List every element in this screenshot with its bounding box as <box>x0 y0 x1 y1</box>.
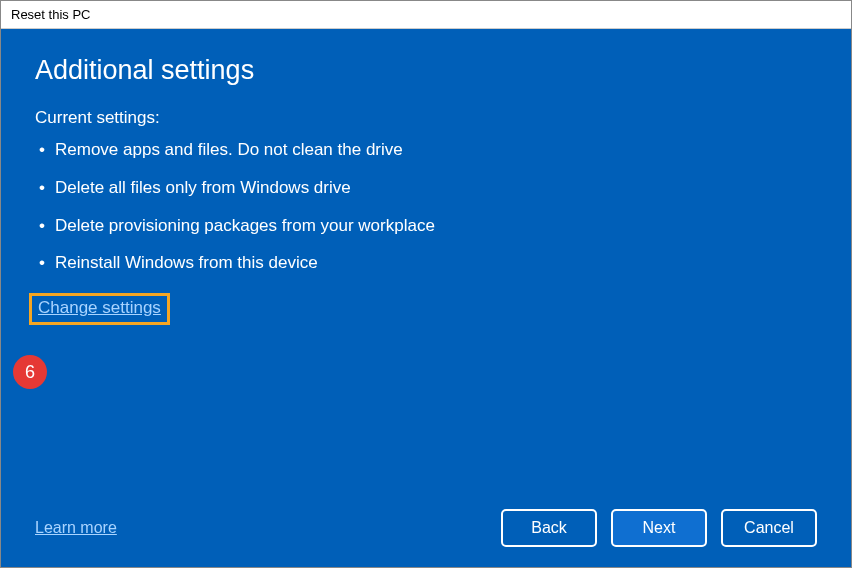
learn-more-link[interactable]: Learn more <box>35 519 117 537</box>
dialog-body: Additional settings Current settings: Re… <box>1 29 851 568</box>
window-title: Reset this PC <box>11 7 90 22</box>
annotation-step-badge: 6 <box>13 355 47 389</box>
list-item: Delete provisioning packages from your w… <box>37 214 817 238</box>
cancel-button[interactable]: Cancel <box>721 509 817 547</box>
list-item: Reinstall Windows from this device <box>37 251 817 275</box>
dialog-footer: Learn more Back Next Cancel <box>35 509 817 547</box>
window-title-bar: Reset this PC <box>1 1 851 29</box>
current-settings-label: Current settings: <box>35 108 817 128</box>
list-item: Delete all files only from Windows drive <box>37 176 817 200</box>
change-settings-link[interactable]: Change settings <box>38 298 161 317</box>
button-row: Back Next Cancel <box>501 509 817 547</box>
change-settings-highlight: Change settings <box>29 293 170 325</box>
settings-list: Remove apps and files. Do not clean the … <box>35 138 817 275</box>
next-button[interactable]: Next <box>611 509 707 547</box>
back-button[interactable]: Back <box>501 509 597 547</box>
list-item: Remove apps and files. Do not clean the … <box>37 138 817 162</box>
page-heading: Additional settings <box>35 55 817 86</box>
